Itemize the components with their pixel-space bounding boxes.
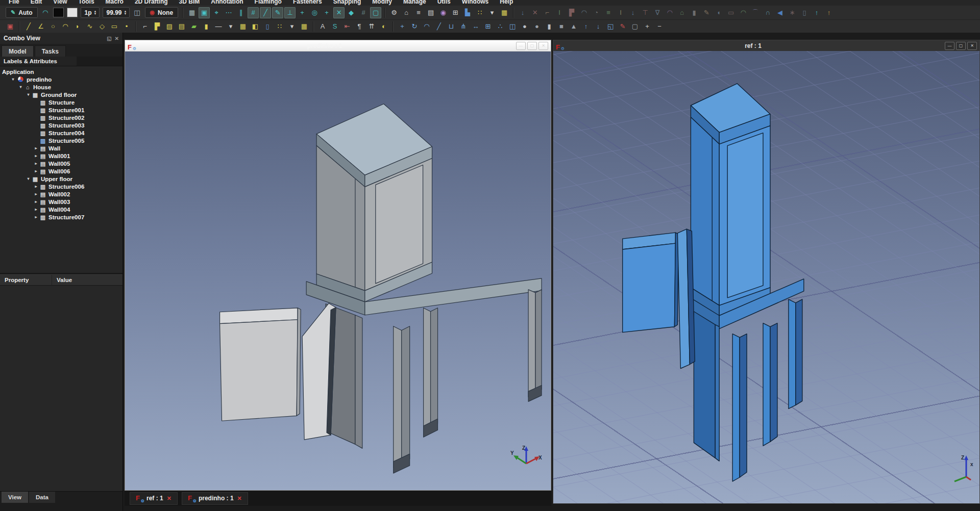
expand-arrow-icon[interactable]: ▸	[33, 207, 39, 212]
tree-column-header[interactable]: Labels & Attributes	[0, 57, 122, 66]
tab-data[interactable]: Data	[29, 492, 55, 503]
draft-fillmode-icon[interactable]: ◆	[346, 7, 357, 18]
arch-dropdown-icon[interactable]: ▾	[225, 21, 236, 32]
utils-2-icon[interactable]: ✕	[529, 7, 541, 18]
snap-ortho-icon[interactable]: +	[297, 7, 308, 18]
arch-beam-icon[interactable]: ▰	[188, 21, 200, 32]
expand-arrow-icon[interactable]: ▸	[33, 154, 39, 158]
bim-project-icon[interactable]: ⌂	[401, 7, 412, 18]
snap-lock-icon[interactable]: ▣	[199, 7, 210, 18]
utils-24-icon[interactable]: ▯	[799, 7, 810, 18]
viewport-3d-predinho[interactable]: Z Y X	[125, 52, 551, 490]
menu-modify[interactable]: Modify	[366, 0, 398, 6]
menu-2d-drafting[interactable]: 2D Drafting	[129, 0, 174, 6]
utils-20-icon[interactable]: ⌒	[750, 7, 761, 18]
draft-rectangle-icon[interactable]: ▭	[109, 21, 120, 32]
menu-flamingo[interactable]: Flamingo	[249, 0, 287, 6]
expand-arrow-icon[interactable]: ▸	[33, 215, 39, 219]
expand-arrow-icon[interactable]: ▾	[10, 77, 16, 82]
maximize-icon[interactable]: ▢	[527, 42, 537, 50]
utils-5-icon[interactable]: ▛	[566, 7, 577, 18]
tree-item-house[interactable]: ▾⌂House	[0, 83, 122, 91]
modify-move-icon[interactable]: +	[397, 21, 408, 32]
menu-edit[interactable]: Edit	[25, 0, 48, 6]
menu-3d-bim[interactable]: 3D BIM	[174, 0, 206, 6]
mdi-tab-predinho[interactable]: F⚙ predinho : 1 ✕	[182, 492, 248, 505]
draft-dimension-icon[interactable]: ⇤	[341, 21, 353, 32]
tree-item-structure001[interactable]: ▥Structure001	[0, 106, 122, 114]
expand-arrow-icon[interactable]: ▾	[25, 176, 32, 181]
part-ellipsoid-icon[interactable]: ●	[531, 21, 543, 32]
draft-upgrade-icon[interactable]: ↑	[580, 21, 592, 32]
utils-10-icon[interactable]: ↓	[627, 7, 639, 18]
utils-4-icon[interactable]: I	[554, 7, 565, 18]
snap-midpoint-icon[interactable]: ⋯	[223, 7, 234, 18]
draft-text-icon[interactable]: A	[317, 21, 328, 32]
arch-slab-icon[interactable]: ▦	[237, 21, 249, 32]
draft-arc-icon[interactable]: ◠	[60, 21, 71, 32]
bim-material-dots-icon[interactable]: ∷	[474, 7, 485, 18]
blue-upper-wall-left[interactable]	[691, 117, 719, 305]
utils-19-icon[interactable]: ◠	[738, 7, 749, 18]
bim-dimension-icon[interactable]: ⌐	[139, 21, 151, 32]
part-cone-icon[interactable]: ▲	[568, 21, 579, 32]
line-width-spinner[interactable]: 1p ▲▼	[81, 7, 100, 18]
snap-special-icon[interactable]: +	[321, 7, 332, 18]
draft-label-icon[interactable]: ¶	[354, 21, 365, 32]
gray-column-mid[interactable]	[424, 308, 431, 432]
utils-25-icon[interactable]: ↑	[811, 7, 822, 18]
snap-center-icon[interactable]: ◎	[309, 7, 320, 18]
snap-endpoint-icon[interactable]: ⌖	[211, 7, 222, 18]
tree-item-wall[interactable]: ▸▤Wall	[0, 144, 122, 152]
line-color-swatch[interactable]	[53, 8, 64, 17]
snap-extension-icon[interactable]: ✎	[272, 7, 283, 18]
snap-perpendicular-icon[interactable]: ⊥	[284, 7, 296, 18]
arch-dash-icon[interactable]: —	[213, 21, 224, 32]
utils-8-icon[interactable]: ≡	[603, 7, 614, 18]
modify-clone-icon[interactable]: ◫	[507, 21, 518, 32]
arch-column-icon[interactable]: ▮	[201, 21, 212, 32]
utils-15-icon[interactable]: ▮	[689, 7, 700, 18]
arch-schedule-icon[interactable]: ▦	[299, 21, 310, 32]
utils-3-icon[interactable]: ⌐	[542, 7, 553, 18]
menu-annotation[interactable]: Annotation	[205, 0, 249, 6]
part-cylinder-icon[interactable]: ▮	[544, 21, 555, 32]
window-ref-titlebar[interactable]: F⚙ ref : 1 — ▢ ✕	[553, 40, 979, 51]
draft-uparrows-icon[interactable]: ⇈	[366, 21, 377, 32]
expand-arrow-icon[interactable]: ▸	[33, 192, 39, 196]
expand-arrow-icon[interactable]: ▸	[33, 146, 39, 150]
tree-item-wall003[interactable]: ▸▤Wall003	[0, 198, 122, 206]
utils-21-icon[interactable]: ∩	[762, 7, 773, 18]
gray-wall-panel[interactable]	[220, 320, 298, 421]
tree-item-structure006[interactable]: ▸▥Structure006	[0, 183, 122, 190]
tree-item-structure005[interactable]: ▥Structure005	[0, 137, 122, 144]
blue-wall-panel[interactable]	[623, 243, 676, 333]
menu-file[interactable]: File	[3, 0, 25, 6]
menu-windows[interactable]: Windows	[456, 0, 495, 6]
bim-wall-tool-icon[interactable]: ▙	[462, 7, 473, 18]
tree-item-predinho[interactable]: ▾predinho	[0, 75, 122, 83]
draft-point-icon[interactable]: •	[121, 21, 132, 32]
draft-polyline-icon[interactable]: ∠	[35, 21, 46, 32]
face-color-swatch[interactable]	[67, 8, 78, 17]
snap-intersection-icon[interactable]: ╱	[260, 7, 271, 18]
blue-column-right[interactable]	[789, 299, 796, 408]
zoom-in-icon[interactable]: +	[642, 21, 653, 32]
utils-12-icon[interactable]: ∇	[652, 7, 663, 18]
construction-mode-icon[interactable]: ✕	[333, 7, 345, 18]
draft-wpproxy-icon[interactable]: ▢	[629, 21, 641, 32]
tree-item-structure003[interactable]: ▥Structure003	[0, 121, 122, 129]
modify-join-icon[interactable]: ⊔	[446, 21, 457, 32]
viewport-3d-ref[interactable]: Z x	[553, 51, 979, 503]
snap-grid-icon[interactable]: #	[248, 7, 259, 18]
close-icon[interactable]: ✕	[167, 495, 172, 502]
menu-macro[interactable]: Macro	[100, 0, 129, 6]
draft-downgrade-icon[interactable]: ↓	[593, 21, 604, 32]
arch-panel-icon[interactable]: ▯	[262, 21, 273, 32]
tree-item-wall005[interactable]: ▸▤Wall005	[0, 160, 122, 167]
arch-equipment-icon[interactable]: ◧	[250, 21, 261, 32]
draft-line-icon[interactable]: ╱	[23, 21, 34, 32]
utils-7-icon[interactable]: ◔	[591, 7, 602, 18]
menu-view[interactable]: View	[47, 0, 72, 6]
expand-arrow-icon[interactable]: ▸	[33, 184, 39, 189]
